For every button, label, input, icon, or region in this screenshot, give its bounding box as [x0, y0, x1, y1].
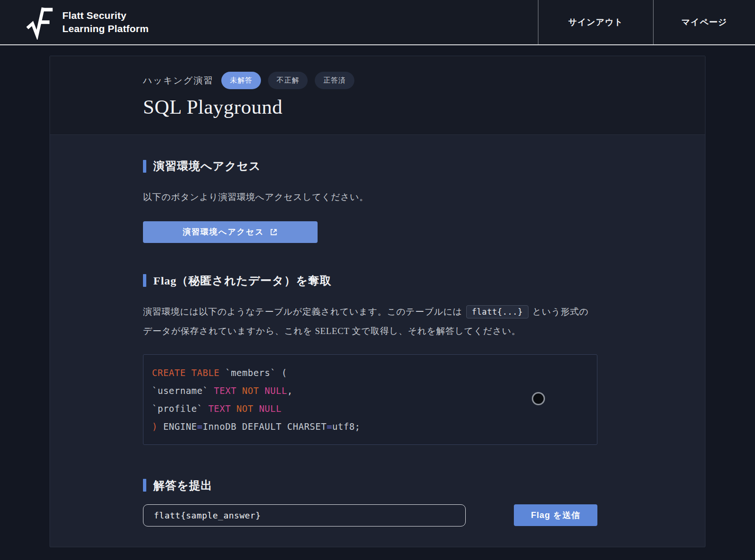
challenge-card-header: ハッキング演習 未解答 不正解 正答済 SQL Playground — [50, 56, 705, 135]
status-badge-correct: 正答済 — [315, 72, 354, 89]
access-button-label: 演習環境へアクセス — [183, 226, 264, 237]
nav-mypage[interactable]: マイページ — [653, 0, 755, 44]
header-spacer — [149, 0, 538, 44]
code-line: CREATE TABLE `members` ( — [152, 364, 588, 382]
flag-description: 演習環境には以下のようなテーブルが定義されています。このテーブルにはflatt{… — [143, 302, 592, 341]
brand-line2: Learning Platform — [62, 22, 149, 35]
section-access: 演習環境へアクセス 以下のボタンより演習環境へアクセスしてください。 演習環境へ… — [143, 159, 705, 243]
submit-heading-text: 解答を提出 — [153, 478, 213, 493]
badge-row: ハッキング演習 未解答 不正解 正答済 — [143, 72, 705, 89]
code-line: `profile` TEXT NOT NULL — [152, 400, 588, 418]
flag-format-inline-code: flatt{...} — [466, 305, 528, 318]
access-description: 以下のボタンより演習環境へアクセスしてください。 — [143, 188, 592, 207]
loading-spinner-ring-icon — [532, 392, 545, 405]
challenge-card-body: 演習環境へアクセス 以下のボタンより演習環境へアクセスしてください。 演習環境へ… — [50, 135, 705, 527]
heading-bar-icon — [143, 160, 146, 173]
flatt-logo-icon — [26, 5, 54, 40]
site-header: Flatt Security Learning Platform サインアウト … — [0, 0, 755, 45]
brand-line1: Flatt Security — [62, 9, 149, 22]
code-line: `username` TEXT NOT NULL, — [152, 382, 588, 400]
heading-bar-icon — [143, 479, 146, 492]
section-flag: Flag（秘匿されたデータ）を奪取 演習環境には以下のようなテーブルが定義されて… — [143, 273, 705, 445]
challenge-card: ハッキング演習 未解答 不正解 正答済 SQL Playground 演習環境へ… — [50, 56, 705, 547]
section-submit: 解答を提出 Flag を送信 — [143, 478, 705, 527]
external-link-icon — [269, 228, 278, 236]
status-badge-unanswered: 未解答 — [221, 72, 261, 89]
access-heading: 演習環境へアクセス — [143, 159, 705, 174]
flag-heading-text: Flag（秘匿されたデータ）を奪取 — [153, 273, 332, 288]
flag-heading: Flag（秘匿されたデータ）を奪取 — [143, 273, 705, 288]
page-title: SQL Playground — [143, 95, 705, 118]
sql-schema-code-block: CREATE TABLE `members` (`username` TEXT … — [143, 354, 597, 445]
answer-input[interactable] — [143, 504, 466, 527]
submit-heading: 解答を提出 — [143, 478, 705, 493]
submit-row: Flag を送信 — [143, 504, 705, 527]
flag-desc-part1: 演習環境には以下のようなテーブルが定義されています。このテーブルには — [143, 307, 462, 317]
nav-signout[interactable]: サインアウト — [538, 0, 653, 44]
access-heading-text: 演習環境へアクセス — [153, 159, 261, 174]
flag-submit-button[interactable]: Flag を送信 — [514, 504, 597, 526]
brand-text: Flatt Security Learning Platform — [62, 9, 149, 35]
code-line: ) ENGINE=InnoDB DEFAULT CHARSET=utf8; — [152, 418, 588, 435]
sql-code: CREATE TABLE `members` (`username` TEXT … — [152, 364, 588, 435]
heading-bar-icon — [143, 274, 146, 287]
status-badge-incorrect: 不正解 — [268, 72, 308, 89]
category-label: ハッキング演習 — [143, 75, 213, 87]
brand[interactable]: Flatt Security Learning Platform — [0, 0, 149, 44]
access-environment-button[interactable]: 演習環境へアクセス — [143, 221, 318, 243]
